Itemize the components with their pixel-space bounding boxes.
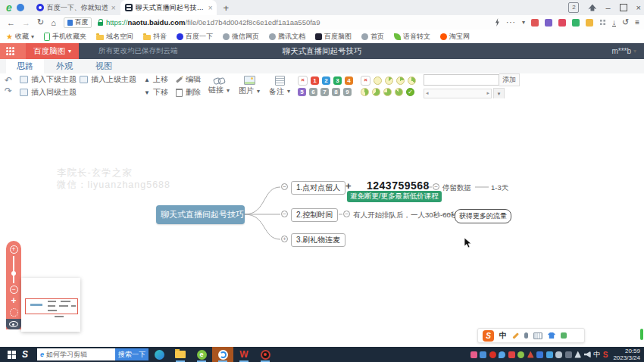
microphone-icon[interactable] [555, 351, 562, 358]
node-stay-data[interactable]: 停留数据 [442, 183, 471, 193]
bookmark-douyin[interactable]: 抖音 [143, 32, 167, 42]
progress-3-button[interactable] [408, 76, 416, 85]
taskbar-app-edge[interactable] [148, 347, 170, 362]
priority-2-button[interactable]: 2 [322, 76, 330, 85]
bookmark-homepage[interactable]: 首页 [361, 32, 384, 42]
progress-6-button[interactable] [383, 88, 392, 96]
collapse-icon[interactable]: − [433, 183, 439, 190]
taskbar-clock[interactable]: 20:59 2023/3/24 [613, 348, 640, 361]
s-app-icon[interactable]: S [22, 349, 28, 360]
bookmark-favorites[interactable]: ★收藏▾ [6, 32, 34, 42]
menu-icon[interactable]: ≡ [635, 18, 639, 27]
move-up-button[interactable]: ▲上移 [144, 74, 168, 85]
qq-icon[interactable] [508, 351, 515, 358]
handwriting-icon[interactable] [512, 332, 518, 339]
image-button[interactable]: 图片▾ [239, 76, 260, 96]
wifi-icon[interactable] [574, 351, 581, 358]
progress-0-button[interactable] [374, 76, 382, 85]
insert-parent-button[interactable]: 插入上级主题 [80, 74, 136, 85]
scroll-right-icon[interactable]: ▸ [487, 90, 490, 96]
progress-remove-button[interactable]: × [361, 76, 370, 86]
apps-grid-icon[interactable] [599, 19, 606, 26]
purple-extension-icon[interactable] [545, 19, 552, 27]
node-queue-text[interactable]: 有人开始排队后，一人30秒-60秒 [353, 211, 458, 220]
green-extension-icon[interactable] [572, 19, 580, 27]
collapse-icon[interactable]: − [281, 211, 288, 217]
windows-start-button[interactable] [8, 351, 11, 354]
priority-9-button[interactable]: 9 [343, 88, 352, 96]
tab-count-badge[interactable]: 2 [568, 2, 579, 13]
brand-menu-button[interactable]: 百度脑图▾ [26, 43, 79, 59]
taskbar-app-360[interactable]: e [191, 347, 212, 362]
alert-icon[interactable] [527, 351, 534, 358]
progress-2-button[interactable] [396, 76, 405, 85]
history-icon[interactable]: ↺ [622, 17, 629, 27]
url-text[interactable]: https://naotu.baidu.com/file/0e1d7b4d004… [106, 18, 320, 27]
wechat-icon[interactable] [517, 351, 524, 358]
node-days[interactable]: 1-3天 [491, 183, 508, 193]
recorder-icon[interactable] [489, 351, 496, 358]
maximize-button[interactable] [620, 4, 627, 11]
bookmark-domain[interactable]: 域名空间 [96, 32, 133, 42]
close-tab-icon[interactable]: × [208, 4, 213, 12]
voice-input-icon[interactable] [524, 332, 528, 339]
new-tab-button[interactable]: + [223, 2, 229, 14]
node-branch1[interactable]: 1.点对点留人 [291, 181, 345, 195]
tag-add-button[interactable]: 添加 [499, 73, 520, 86]
note-button[interactable]: 备注▾ [269, 76, 290, 97]
navigator-minimap[interactable] [21, 278, 80, 332]
progress-7-button[interactable] [395, 88, 403, 96]
root-node[interactable]: 聊天式直播间起号技巧 [156, 205, 245, 224]
bookmark-baidu[interactable]: 百度一下 [177, 32, 213, 42]
priority-1-button[interactable]: 1 [311, 76, 319, 85]
collapse-icon[interactable]: − [281, 183, 288, 190]
scroll-left-icon[interactable]: ◂ [426, 90, 429, 96]
yellow-extension-icon[interactable] [586, 19, 593, 27]
skin-icon[interactable] [548, 332, 555, 339]
navigator-toggle-button[interactable] [6, 319, 21, 329]
tim-icon[interactable] [546, 351, 553, 358]
download-icon[interactable]: ↓ [612, 19, 616, 27]
ime-mode-indicator[interactable]: 中 [499, 330, 507, 341]
taskbar-search-box[interactable]: e 如何学习剪辑 搜索一下 [37, 348, 148, 360]
node-branch3[interactable]: 3.刷礼物连麦 [291, 233, 345, 247]
tag-input[interactable] [424, 74, 499, 86]
redo-button[interactable]: ↷ [5, 87, 12, 95]
taskbar-app-recorder[interactable] [255, 347, 276, 362]
toolbox-icon[interactable] [561, 332, 567, 339]
taskbar-app-explorer[interactable] [170, 347, 191, 362]
tab-view[interactable]: 视图 [85, 59, 123, 73]
insert-child-button[interactable]: 插入下级主题 [20, 74, 77, 85]
bookmark-wechat-web[interactable]: 微信网页 [223, 32, 259, 42]
close-window-button[interactable]: × [636, 3, 641, 12]
browser-tab-baidu[interactable]: 百度一下、你就知道 × [32, 0, 120, 15]
tag-scrollbar[interactable]: ◂ ▸ [424, 89, 492, 98]
apps-menu-button[interactable] [0, 43, 26, 59]
undo-button[interactable]: ↶ [5, 76, 12, 85]
bookmark-mobile[interactable]: 手机收藏夹 [44, 32, 86, 42]
search-button[interactable]: 搜索一下 [115, 348, 148, 360]
priority-remove-button[interactable]: × [298, 76, 308, 86]
keyboard-icon[interactable] [533, 332, 542, 339]
bookmark-tencent-docs[interactable]: 腾讯文档 [269, 32, 305, 42]
cloud-icon[interactable] [499, 351, 505, 358]
bluetooth-icon[interactable] [536, 351, 543, 358]
weiyun-icon[interactable] [480, 351, 486, 358]
green-widget[interactable] [640, 329, 643, 340]
minimize-button[interactable]: – [605, 3, 610, 12]
sogou-logo-icon[interactable]: S [483, 330, 494, 342]
taskbar-app-wps[interactable]: W [233, 347, 255, 362]
priority-7-button[interactable]: 7 [320, 88, 329, 96]
refresh-button[interactable]: ↻ [37, 17, 44, 27]
collapse-icon[interactable]: − [343, 211, 350, 217]
expand-icon[interactable]: + [281, 236, 288, 242]
sogou-tray-icon[interactable]: S [603, 351, 608, 359]
progress-5-button[interactable] [372, 88, 380, 96]
user-menu[interactable]: m***b▾ [611, 43, 636, 59]
tag-dropdown-button[interactable]: ▾ [493, 88, 505, 99]
bookmark-naotu[interactable]: 百度脑图 [315, 32, 352, 42]
ssl-lock-icon[interactable] [98, 22, 103, 26]
device-icon[interactable] [565, 351, 572, 358]
bookmark-taobao[interactable]: 淘宝网 [440, 32, 470, 42]
progress-4-button[interactable] [361, 88, 369, 96]
